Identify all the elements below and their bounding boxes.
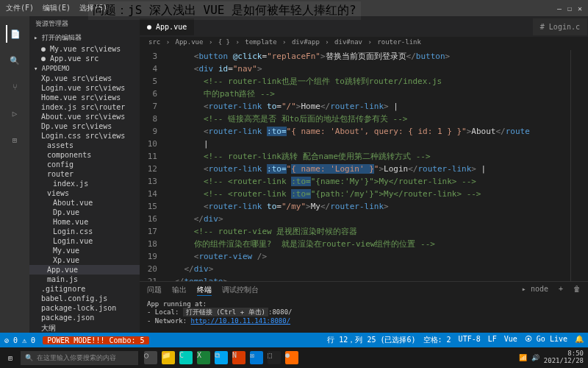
terminal-new-icon[interactable]: +: [559, 285, 563, 296]
breadcrumb-segment[interactable]: router-link: [377, 38, 421, 46]
panel-tab[interactable]: 终端: [197, 285, 212, 296]
tree-item[interactable]: package-lock.json: [29, 303, 140, 313]
task-icon[interactable]: ⧉: [215, 351, 228, 364]
tree-item[interactable]: Dp.vue src\views: [29, 121, 140, 131]
breadcrumb-segment[interactable]: App.vue: [176, 38, 204, 46]
tree-item[interactable]: 大纲: [29, 322, 140, 333]
tree-item[interactable]: Login.vue src\views: [29, 83, 140, 93]
window-controls[interactable]: —☐✕: [551, 4, 582, 13]
panel-tab[interactable]: 调试控制台: [222, 285, 259, 296]
panel: 问题输出终端调试控制台 ▸ node + 🗑 App running at: -…: [140, 281, 588, 333]
windows-taskbar: ⊞ 🔍 在这里输入你要搜索的内容 ○ 📁 C X ⧉ N ✉ ⬚ ● 📶 🔊 8…: [0, 347, 588, 368]
tray-volume-icon[interactable]: 🔊: [531, 354, 539, 361]
tree-item[interactable]: Home.vue src\views: [29, 93, 140, 102]
tree-item[interactable]: components: [29, 150, 140, 160]
tree-item[interactable]: Login.css src\views: [29, 131, 140, 141]
status-language[interactable]: Vue: [504, 335, 517, 345]
terminal-trash-icon[interactable]: 🗑: [573, 285, 581, 296]
tree-item[interactable]: package.json: [29, 313, 140, 322]
task-icon[interactable]: ✉: [250, 351, 263, 364]
task-icon[interactable]: N: [232, 351, 245, 364]
tree-item[interactable]: Xp.vue src\views: [29, 74, 140, 83]
status-go-live[interactable]: ⦿ Go Live: [525, 335, 567, 345]
tree-item[interactable]: main.js: [29, 275, 140, 284]
tree-item[interactable]: babel.config.js: [29, 294, 140, 303]
tree-item[interactable]: My.vue: [29, 246, 140, 255]
tree-item[interactable]: Home.vue: [29, 217, 140, 227]
status-bar: ⊘ 0 ⚠ 0 POWER MODE!!! Combo: 5 行 12，列 25…: [0, 333, 588, 347]
tree-item[interactable]: assets: [29, 141, 140, 150]
status-encoding[interactable]: UTF-8: [459, 335, 481, 345]
sidebar: 资源管理器 ▸ 打开的编辑器 ● My.vue src\views● App.v…: [29, 16, 140, 333]
explorer-icon[interactable]: 📄: [6, 25, 24, 43]
tree-item[interactable]: Login.css: [29, 227, 140, 236]
tree-item[interactable]: index.js src\router: [29, 102, 140, 112]
tree-item[interactable]: Dp.vue: [29, 208, 140, 217]
code-editor[interactable]: <button @click="replaceFn">替换当前页面到登录页</b…: [165, 50, 570, 281]
taskbar-apps: ○ 📁 C X ⧉ N ✉ ⬚ ●: [138, 351, 304, 364]
panel-tab[interactable]: 输出: [172, 285, 187, 296]
open-editor-item[interactable]: ● My.vue src\views: [29, 44, 140, 54]
tab-app-vue[interactable]: ● App.vue: [140, 18, 194, 35]
task-icon[interactable]: ○: [144, 351, 157, 364]
status-power-mode[interactable]: POWER MODE!!! Combo: 5: [43, 336, 148, 344]
system-tray[interactable]: 📶 🔊 8:50 2021/12/28: [519, 350, 588, 365]
tree-item[interactable]: Login.vue: [29, 236, 140, 246]
status-ln-col[interactable]: 行 12，列 25 (已选择6): [327, 335, 415, 345]
task-icon[interactable]: ●: [285, 351, 298, 364]
menu-file[interactable]: 文件(F): [6, 3, 34, 13]
tray-wifi-icon[interactable]: 📶: [519, 354, 527, 361]
search-icon[interactable]: 🔍: [6, 52, 24, 69]
breadcrumb-segment[interactable]: src: [148, 38, 160, 46]
overlay-question: 问题：jS 深入浅出 VUE 是如何被年轻人捧红的?: [88, 1, 361, 20]
tray-clock[interactable]: 8:50 2021/12/28: [544, 350, 584, 365]
terminal-dropdown[interactable]: ▸ node: [522, 285, 548, 296]
task-icon[interactable]: C: [179, 351, 193, 364]
task-icon[interactable]: ⬚: [268, 351, 281, 364]
tree-item[interactable]: index.js: [29, 179, 140, 188]
tree-item[interactable]: App.vue: [29, 265, 140, 275]
panel-tabs: 问题输出终端调试控制台 ▸ node + 🗑: [140, 282, 588, 299]
tree-item[interactable]: Xp.vue: [29, 255, 140, 265]
status-spaces[interactable]: 空格: 2: [423, 335, 451, 345]
status-eol[interactable]: LF: [488, 335, 497, 345]
breadcrumb-segment[interactable]: template: [245, 38, 276, 46]
terminal-output[interactable]: App running at: - Local: 打开链接 (Ctrl + 单击…: [140, 299, 588, 326]
start-button[interactable]: ⊞: [0, 354, 21, 362]
tree-item[interactable]: About.vue: [29, 198, 140, 208]
tree-item[interactable]: About.vue src\views: [29, 112, 140, 121]
menu-edit[interactable]: 编辑(E): [43, 3, 71, 13]
minimap[interactable]: [570, 50, 588, 281]
tab-login-c[interactable]: # Login.c: [533, 18, 587, 35]
breadcrumb-segment[interactable]: { }: [218, 38, 230, 46]
taskbar-search[interactable]: 🔍 在这里输入你要搜索的内容: [21, 351, 138, 365]
tree-item[interactable]: config: [29, 160, 140, 169]
task-icon[interactable]: 📁: [162, 351, 175, 364]
scm-icon[interactable]: ⑂: [6, 78, 24, 96]
project-header[interactable]: ▾ APPDEMO: [29, 63, 140, 74]
tree-item[interactable]: router: [29, 169, 140, 179]
breadcrumb-segment[interactable]: div#nav: [334, 38, 362, 46]
status-bell-icon[interactable]: 🔔: [575, 335, 584, 345]
open-editors-header[interactable]: ▸ 打开的编辑器: [29, 32, 140, 44]
editor-group: ● App.vue # Login.c src › App.vue › { } …: [140, 16, 588, 333]
breadcrumb-segment[interactable]: div#app: [292, 38, 320, 46]
open-editor-item[interactable]: ● App.vue src: [29, 54, 140, 63]
debug-icon[interactable]: ▷: [6, 105, 24, 122]
line-gutter: 3456789101112131415161718192021: [140, 50, 165, 281]
tree-item[interactable]: views: [29, 188, 140, 198]
task-icon[interactable]: X: [197, 351, 210, 364]
extensions-icon[interactable]: ⊞: [6, 131, 24, 149]
status-errors[interactable]: ⊘ 0 ⚠ 0: [4, 336, 35, 344]
activity-bar: 📄 🔍 ⑂ ▷ ⊞: [0, 16, 29, 333]
panel-tab[interactable]: 问题: [147, 285, 162, 296]
breadcrumb[interactable]: src › App.vue › { } › template › div#app…: [140, 37, 588, 50]
tree-item[interactable]: .gitignore: [29, 284, 140, 294]
